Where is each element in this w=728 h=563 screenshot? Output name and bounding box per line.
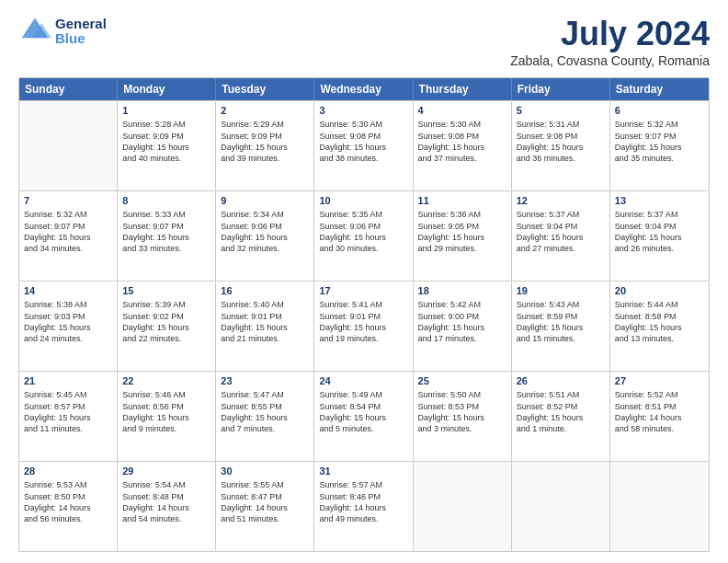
day-number: 8 xyxy=(122,194,210,208)
line2: Sunset: 9:04 PM xyxy=(615,221,704,232)
line2: Sunset: 9:08 PM xyxy=(319,131,407,142)
line4: and 7 minutes. xyxy=(221,423,309,434)
day-number: 28 xyxy=(24,465,112,478)
line4: and 3 minutes. xyxy=(418,423,506,434)
logo-name: General Blue xyxy=(55,17,107,47)
day-number: 9 xyxy=(221,194,309,208)
cal-row-5: 28Sunrise: 5:53 AMSunset: 8:50 PMDayligh… xyxy=(19,461,709,551)
cal-cell-r4-c4: 24Sunrise: 5:49 AMSunset: 8:54 PMDayligh… xyxy=(314,372,413,461)
line1: Sunrise: 5:28 AM xyxy=(122,119,210,130)
line1: Sunrise: 5:30 AM xyxy=(319,119,407,130)
line2: Sunset: 9:08 PM xyxy=(418,131,506,142)
line1: Sunrise: 5:46 AM xyxy=(122,389,210,400)
cal-cell-r4-c1: 21Sunrise: 5:45 AMSunset: 8:57 PMDayligh… xyxy=(19,372,118,461)
day-number: 10 xyxy=(319,194,407,208)
line2: Sunset: 9:01 PM xyxy=(319,311,407,322)
line4: and 56 minutes. xyxy=(24,513,112,524)
line2: Sunset: 8:54 PM xyxy=(319,401,407,412)
line4: and 33 minutes. xyxy=(122,243,210,254)
cal-cell-r1-c5: 4Sunrise: 5:30 AMSunset: 9:08 PMDaylight… xyxy=(414,101,512,190)
line2: Sunset: 8:48 PM xyxy=(122,491,210,502)
line2: Sunset: 9:03 PM xyxy=(24,311,112,322)
main-title: July 2024 xyxy=(510,15,710,53)
line1: Sunrise: 5:38 AM xyxy=(24,299,112,310)
line3: Daylight: 15 hours xyxy=(517,142,605,153)
day-number: 15 xyxy=(122,284,210,298)
cal-cell-r1-c1 xyxy=(19,101,118,190)
day-number: 5 xyxy=(517,104,605,118)
line3: Daylight: 15 hours xyxy=(319,232,407,243)
cal-cell-r2-c6: 12Sunrise: 5:37 AMSunset: 9:04 PMDayligh… xyxy=(512,191,610,281)
line4: and 19 minutes. xyxy=(319,333,407,344)
line3: Daylight: 15 hours xyxy=(122,142,210,153)
line1: Sunrise: 5:33 AM xyxy=(122,209,210,220)
line3: Daylight: 15 hours xyxy=(615,322,704,333)
line3: Daylight: 15 hours xyxy=(122,412,210,423)
line4: and 22 minutes. xyxy=(122,333,210,344)
line3: Daylight: 15 hours xyxy=(517,322,605,333)
line4: and 32 minutes. xyxy=(221,243,309,254)
cal-cell-r1-c3: 2Sunrise: 5:29 AMSunset: 9:09 PMDaylight… xyxy=(216,101,314,190)
line3: Daylight: 15 hours xyxy=(24,322,112,333)
line4: and 17 minutes. xyxy=(418,333,506,344)
line4: and 51 minutes. xyxy=(221,513,309,524)
line3: Daylight: 15 hours xyxy=(122,232,210,243)
line1: Sunrise: 5:53 AM xyxy=(24,479,112,490)
col-friday: Friday xyxy=(512,78,610,100)
day-number: 21 xyxy=(24,374,112,388)
cal-cell-r5-c7 xyxy=(610,462,709,551)
cal-cell-r5-c5 xyxy=(414,462,512,551)
line4: and 38 minutes. xyxy=(319,153,407,164)
cal-cell-r1-c4: 3Sunrise: 5:30 AMSunset: 9:08 PMDaylight… xyxy=(314,101,413,190)
cal-cell-r5-c3: 30Sunrise: 5:55 AMSunset: 8:47 PMDayligh… xyxy=(216,462,314,551)
line4: and 34 minutes. xyxy=(24,243,112,254)
day-number: 1 xyxy=(122,104,210,118)
line2: Sunset: 9:07 PM xyxy=(122,221,210,232)
day-number: 6 xyxy=(615,104,704,118)
col-saturday: Saturday xyxy=(610,78,709,100)
line3: Daylight: 15 hours xyxy=(319,322,407,333)
line3: Daylight: 14 hours xyxy=(319,502,407,513)
col-wednesday: Wednesday xyxy=(314,78,413,100)
line4: and 24 minutes. xyxy=(24,333,112,344)
calendar-body: 1Sunrise: 5:28 AMSunset: 9:09 PMDaylight… xyxy=(19,100,709,551)
cal-cell-r1-c7: 6Sunrise: 5:32 AMSunset: 9:07 PMDaylight… xyxy=(610,101,709,190)
day-number: 20 xyxy=(615,284,704,298)
calendar: Sunday Monday Tuesday Wednesday Thursday… xyxy=(18,77,710,552)
cal-cell-r3-c6: 19Sunrise: 5:43 AMSunset: 8:59 PMDayligh… xyxy=(512,282,610,371)
line1: Sunrise: 5:55 AM xyxy=(221,479,309,490)
day-number: 7 xyxy=(24,194,112,208)
col-thursday: Thursday xyxy=(414,78,512,100)
line2: Sunset: 9:06 PM xyxy=(319,221,407,232)
line1: Sunrise: 5:47 AM xyxy=(221,389,309,400)
line2: Sunset: 8:55 PM xyxy=(221,401,309,412)
line1: Sunrise: 5:52 AM xyxy=(615,389,704,400)
day-number: 26 xyxy=(517,374,605,388)
day-number: 17 xyxy=(319,284,407,298)
logo-icon xyxy=(18,15,51,48)
line1: Sunrise: 5:42 AM xyxy=(418,299,506,310)
cal-cell-r1-c6: 5Sunrise: 5:31 AMSunset: 9:08 PMDaylight… xyxy=(512,101,610,190)
day-number: 4 xyxy=(418,104,506,118)
line3: Daylight: 15 hours xyxy=(221,412,309,423)
line1: Sunrise: 5:32 AM xyxy=(615,119,704,130)
line2: Sunset: 8:56 PM xyxy=(122,401,210,412)
line3: Daylight: 15 hours xyxy=(221,232,309,243)
cal-cell-r4-c5: 25Sunrise: 5:50 AMSunset: 8:53 PMDayligh… xyxy=(414,372,512,461)
line4: and 27 minutes. xyxy=(517,243,605,254)
logo-blue-text: Blue xyxy=(55,31,107,47)
line1: Sunrise: 5:40 AM xyxy=(221,299,309,310)
line2: Sunset: 9:07 PM xyxy=(24,221,112,232)
cal-cell-r2-c2: 8Sunrise: 5:33 AMSunset: 9:07 PMDaylight… xyxy=(118,191,216,281)
cal-cell-r2-c4: 10Sunrise: 5:35 AMSunset: 9:06 PMDayligh… xyxy=(314,191,413,281)
day-number: 2 xyxy=(221,104,309,118)
day-number: 22 xyxy=(122,374,210,388)
day-number: 23 xyxy=(221,374,309,388)
cal-row-1: 1Sunrise: 5:28 AMSunset: 9:09 PMDaylight… xyxy=(19,100,709,190)
line2: Sunset: 8:47 PM xyxy=(221,491,309,502)
line1: Sunrise: 5:37 AM xyxy=(615,209,704,220)
day-number: 25 xyxy=(418,374,506,388)
line2: Sunset: 9:09 PM xyxy=(221,131,309,142)
line2: Sunset: 9:05 PM xyxy=(418,221,506,232)
logo-general-text: General xyxy=(55,17,107,32)
